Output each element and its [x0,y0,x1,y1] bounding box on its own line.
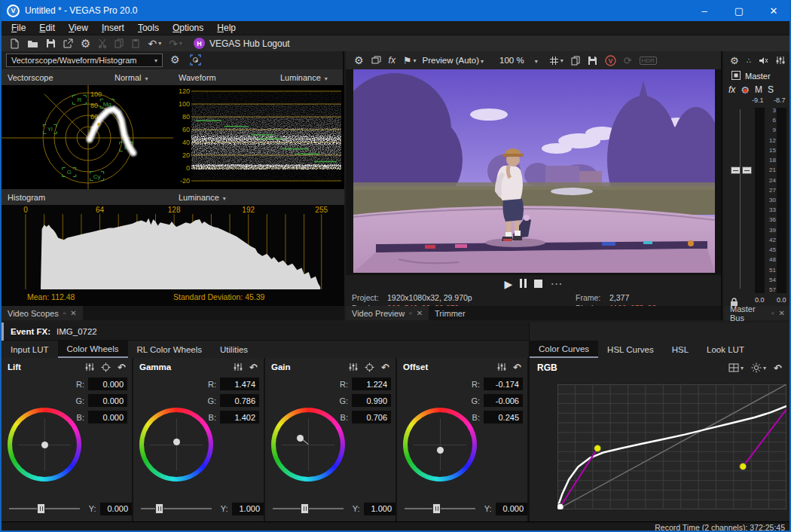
tab-color-wheels[interactable]: Color Wheels [58,341,128,358]
fader-handle-right[interactable] [742,167,752,174]
undo-icon[interactable]: ↶▾ [148,38,161,50]
meter-options-icon[interactable]: ∴ [747,57,751,65]
menu-file[interactable]: File [5,22,32,34]
wheel-undo-icon[interactable]: ↶ [381,362,389,373]
wheel-y-field[interactable]: 0.000 [496,503,527,515]
close-tab-icon[interactable]: ✕ [779,309,785,317]
wheel-b-field[interactable]: 0.245 [484,411,523,423]
tab-video-scopes[interactable]: Video Scopes ▫ ✕ [2,306,83,320]
wheel-y-field[interactable]: 1.000 [232,503,264,515]
zoom-level-dropdown[interactable]: 100 %▾ [499,56,538,65]
popout-icon[interactable]: ▫ [63,309,66,317]
wheel-b-field[interactable]: 0.000 [88,411,127,423]
wheel-handle[interactable] [297,435,304,442]
tab-hsl[interactable]: HSL [663,341,698,358]
hdr-icon[interactable]: HDR [640,57,657,65]
wheel-target-icon[interactable] [365,362,374,372]
copy-icon[interactable] [115,38,124,48]
wheel-r-field[interactable]: -0.174 [484,378,523,390]
curve-undo-icon[interactable]: ↶ [774,362,782,374]
tab-master-bus[interactable]: Master Bus ▫ ✕ [724,306,791,320]
menu-options[interactable]: Options [166,22,210,34]
wheel-handle[interactable] [41,442,48,448]
wheel-g-field[interactable]: -0.006 [484,394,523,407]
curve-channel-select-icon[interactable]: ▾ [728,363,744,372]
mixer-sliders-icon[interactable] [776,56,785,65]
tab-rl-color-wheels[interactable]: RL Color Wheels [128,341,212,358]
vegas-hub-logout-button[interactable]: VEGAS Hub Logout [209,38,290,49]
grid-overlay-icon[interactable]: ▾ [549,56,563,66]
tab-color-curves[interactable]: Color Curves [530,341,598,358]
wheel-target-icon[interactable] [101,362,111,372]
wheel-y-field[interactable]: 0.000 [100,503,132,515]
wheel-undo-icon[interactable]: ↶ [513,362,521,373]
bus-view-icon[interactable] [731,69,741,83]
video-fx-icon[interactable]: fx [389,55,396,66]
paste-icon[interactable] [131,38,140,48]
wheel-b-field[interactable]: 1.402 [220,411,259,423]
popout-icon[interactable]: ▫ [409,309,412,317]
tab-utilities[interactable]: Utilities [211,341,257,358]
histogram-mode-dropdown[interactable]: Luminance▾ [179,193,226,202]
wheel-g-field[interactable]: 0.000 [88,394,127,407]
y-slider[interactable] [273,503,344,514]
project-properties-icon[interactable] [63,38,73,48]
wheel-undo-icon[interactable]: ↶ [118,362,126,373]
settings-gear-icon[interactable]: ⚙ [81,37,90,50]
tab-video-preview[interactable]: Video Preview ▫ ✕ [346,306,429,320]
mixer-settings-gear-icon[interactable]: ⚙ [730,55,739,66]
wheel-undo-icon[interactable]: ↶ [249,362,258,373]
wheel-sliders-icon[interactable] [234,362,243,371]
y-slider[interactable] [141,503,212,514]
close-tab-icon[interactable]: ✕ [417,309,423,317]
volume-left[interactable]: 0.0 [755,296,765,304]
tab-look-lut[interactable]: Look LUT [698,341,753,358]
rgb-curve-editor[interactable] [557,384,786,509]
color-wheel[interactable] [271,408,345,482]
volume-right[interactable]: 0.0 [777,296,786,304]
scope-preset-dropdown[interactable]: Vectorscope/Waveform/Histogram ▾ [6,54,163,67]
wheel-handle[interactable] [437,447,444,454]
wheel-g-field[interactable]: 0.990 [352,394,391,407]
menu-help[interactable]: Help [210,22,243,34]
wheel-g-field[interactable]: 0.786 [220,394,259,407]
cut-icon[interactable] [98,38,107,48]
preview-settings-gear-icon[interactable]: ⚙ [354,54,364,66]
open-project-icon[interactable] [27,38,38,48]
wheel-b-field[interactable]: 0.706 [352,411,391,423]
wheel-sliders-icon[interactable] [85,362,94,371]
close-tab-icon[interactable]: ✕ [70,309,76,317]
pause-button[interactable] [520,277,527,291]
wheel-sliders-icon[interactable] [349,362,358,371]
preview-quality-dropdown[interactable]: Preview (Auto)▾ [423,56,484,65]
vegas-hub-avatar[interactable]: H [194,38,205,49]
popout-icon[interactable]: ▫ [771,309,774,317]
stop-button[interactable] [534,277,542,291]
transport-more-button[interactable]: ⋯ [550,277,562,291]
scope-snapshot-icon[interactable] [190,54,201,69]
save-snapshot-icon[interactable] [588,56,597,66]
save-project-icon[interactable] [46,38,56,48]
maximize-button[interactable]: ▢ [722,0,756,21]
fader-track[interactable] [740,109,741,289]
wheel-r-field[interactable]: 1.224 [352,378,391,390]
region-flag-icon[interactable]: ⚑▾ [403,55,417,66]
color-wheel[interactable] [8,408,81,482]
tab-trimmer[interactable]: Trimmer [429,306,472,320]
vectorscope-mode-dropdown[interactable]: Normal▾ [115,73,148,82]
fader-handle-left[interactable] [731,167,741,174]
solo-button[interactable]: S [768,84,774,95]
wheel-handle[interactable] [173,439,180,445]
copy-frame-icon[interactable] [571,56,580,66]
scope-settings-gear-icon[interactable]: ⚙ [170,54,180,66]
preview-device-icon[interactable] [371,56,381,65]
mute-button[interactable]: M [755,84,762,95]
wheel-r-field[interactable]: 0.000 [88,378,127,390]
tab-hsl-curves[interactable]: HSL Curves [598,341,663,358]
y-slider[interactable] [9,503,80,514]
y-slider[interactable] [405,503,475,514]
master-fx-button[interactable]: fx [728,84,735,95]
redo-icon[interactable]: ↷▾ [169,38,182,50]
menu-view[interactable]: View [62,22,95,34]
menu-insert[interactable]: Insert [95,22,131,34]
